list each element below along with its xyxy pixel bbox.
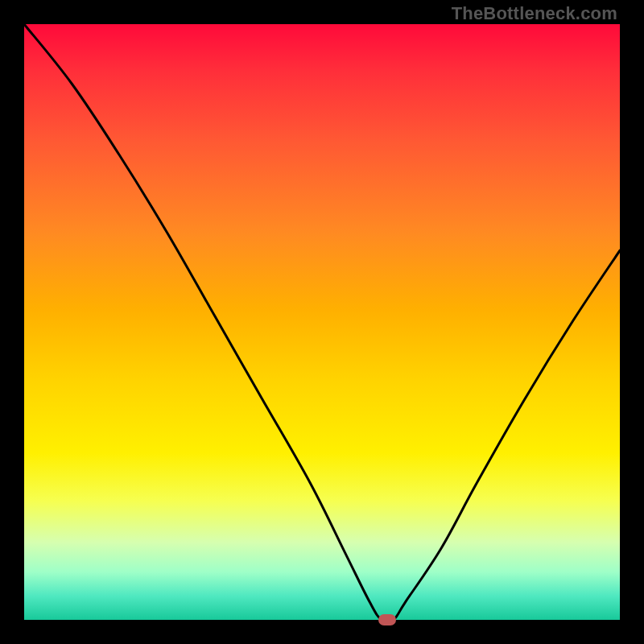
- bottleneck-curve: [24, 24, 620, 620]
- optimum-marker: [378, 614, 396, 625]
- watermark-text: TheBottleneck.com: [452, 3, 617, 24]
- chart-frame: [24, 24, 620, 620]
